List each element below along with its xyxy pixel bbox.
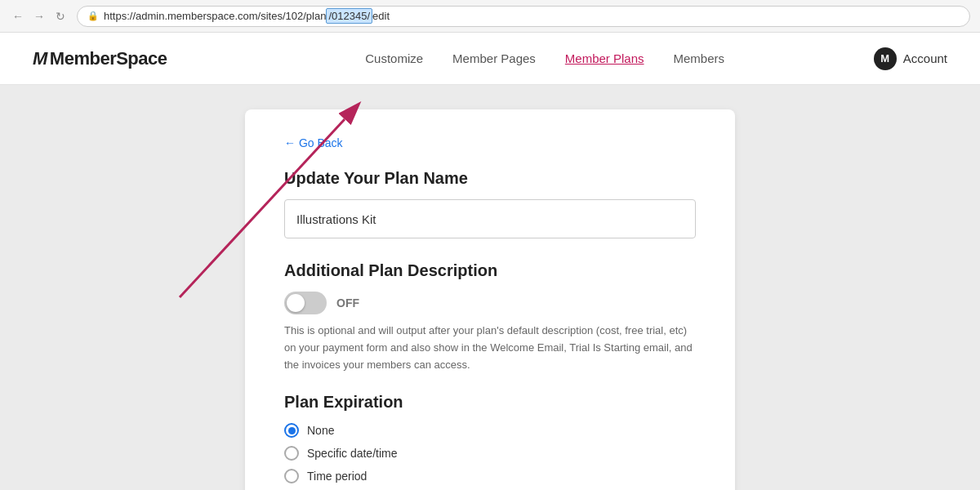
nav-member-pages[interactable]: Member Pages <box>452 51 536 65</box>
plan-expiration-title: Plan Expiration <box>284 393 696 412</box>
logo-text: MemberSpace <box>50 48 167 69</box>
lock-icon: 🔒 <box>87 11 99 21</box>
logo-m: M <box>33 48 47 69</box>
toggle-label: OFF <box>336 296 359 310</box>
nav-center: Customize Member Pages Member Plans Memb… <box>316 51 724 65</box>
expiration-option-date[interactable]: Specific date/time <box>284 446 696 461</box>
toggle-row: OFF <box>284 292 696 314</box>
radio-date <box>284 446 299 461</box>
additional-desc-toggle[interactable] <box>284 292 327 314</box>
plan-expiration-section: Plan Expiration None Specific date/time … <box>284 393 696 483</box>
address-bar[interactable]: 🔒 https://admin.memberspace.com/sites/10… <box>77 6 970 27</box>
page-body: ← Go Back Update Your Plan Name Addition… <box>0 85 980 490</box>
expiration-period-label: Time period <box>307 470 367 483</box>
url-prefix: https://admin.memberspace.com/sites/102/… <box>104 10 326 22</box>
expiration-date-label: Specific date/time <box>307 447 398 460</box>
url-highlight: /012345/ <box>326 8 372 24</box>
back-button[interactable]: ← <box>10 8 26 24</box>
radio-none <box>284 423 299 438</box>
toggle-knob <box>287 294 305 312</box>
app-nav: MMemberSpace Customize Member Pages Memb… <box>0 33 980 85</box>
account-area[interactable]: M Account <box>874 47 947 70</box>
radio-period <box>284 469 299 483</box>
content-card: ← Go Back Update Your Plan Name Addition… <box>245 109 735 490</box>
logo[interactable]: MMemberSpace <box>33 48 167 69</box>
nav-links: Customize Member Pages Member Plans Memb… <box>365 51 724 65</box>
additional-desc-title: Additional Plan Description <box>284 261 696 280</box>
nav-customize[interactable]: Customize <box>365 51 423 65</box>
account-icon: M <box>874 47 897 70</box>
go-back-link[interactable]: ← Go Back <box>284 136 343 149</box>
expiration-option-period[interactable]: Time period <box>284 469 696 483</box>
url-suffix: edit <box>372 10 390 22</box>
plan-name-input[interactable] <box>284 199 696 238</box>
account-label: Account <box>903 51 947 65</box>
additional-desc-section: OFF This is optional and will output aft… <box>284 292 696 373</box>
desc-help-text: This is optional and will output after y… <box>284 323 696 373</box>
expiration-none-label: None <box>307 424 334 437</box>
nav-members[interactable]: Members <box>674 51 725 65</box>
nav-buttons: ← → ↻ <box>10 8 69 24</box>
expiration-option-none[interactable]: None <box>284 423 696 438</box>
nav-member-plans[interactable]: Member Plans <box>565 51 644 65</box>
account-icon-letter: M <box>880 52 889 65</box>
expiration-radio-group: None Specific date/time Time period <box>284 423 696 483</box>
forward-button[interactable]: → <box>31 8 47 24</box>
refresh-button[interactable]: ↻ <box>52 8 69 24</box>
plan-name-title: Update Your Plan Name <box>284 169 696 188</box>
browser-bar: ← → ↻ 🔒 https://admin.memberspace.com/si… <box>0 0 980 33</box>
